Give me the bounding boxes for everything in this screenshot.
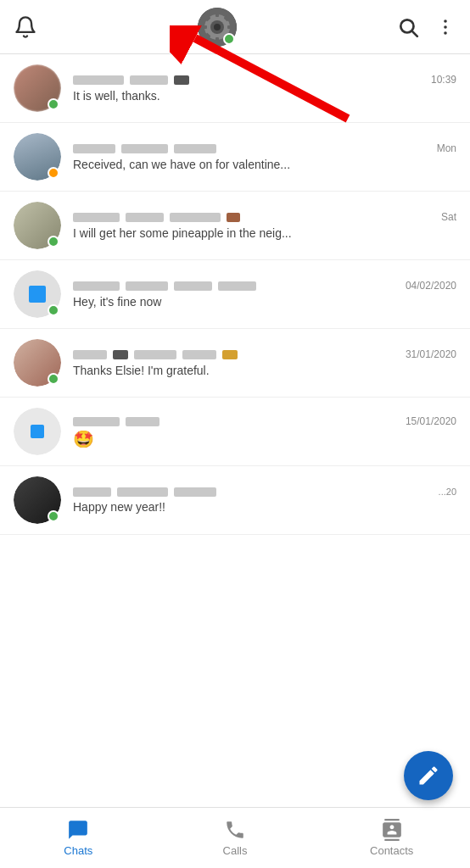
chat-item[interactable]: Sat I will get her some pineapple in the…: [0, 192, 470, 260]
chat-time: Mon: [437, 142, 456, 154]
chat-content: 10:39 It is well, thanks.: [73, 74, 456, 103]
header: [0, 0, 470, 54]
chat-avatar: [14, 270, 61, 318]
notifications-icon[interactable]: [14, 15, 37, 39]
online-status-dot: [223, 33, 235, 45]
chat-content: Mon Received, can we have on for valenti…: [73, 142, 456, 171]
chat-message: 🤩: [73, 431, 456, 448]
chat-time: 15/01/2020: [406, 415, 456, 427]
chat-item[interactable]: 31/01/2020 Thanks Elsie! I'm grateful.: [0, 329, 470, 398]
chat-avatar: [14, 202, 61, 249]
chat-avatar: [14, 339, 61, 387]
user-avatar[interactable]: [198, 8, 237, 47]
chat-item[interactable]: 10:39 It is well, thanks.: [0, 54, 470, 123]
header-right: [397, 16, 456, 38]
chat-message: Hey, it's fine now: [73, 295, 456, 309]
nav-item-contacts[interactable]: Contacts: [313, 812, 470, 864]
chat-message: I will get her some pineapple in the nei…: [73, 226, 456, 240]
chat-content: ...20 Happy new year!!: [73, 487, 456, 514]
svg-point-16: [444, 31, 447, 35]
header-left: [14, 15, 37, 39]
search-icon[interactable]: [397, 16, 419, 38]
svg-point-14: [444, 19, 447, 23]
online-indicator: [48, 373, 59, 385]
svg-line-13: [412, 31, 417, 36]
chat-message: Thanks Elsie! I'm grateful.: [73, 364, 456, 377]
nav-label-calls: Calls: [223, 844, 248, 857]
chat-content: Sat I will get her some pineapple in the…: [73, 211, 456, 240]
bottom-navigation: Chats Calls Contacts: [0, 807, 470, 868]
chat-list: 10:39 It is well, thanks. Mon Received, …: [0, 54, 470, 807]
chat-avatar: [14, 133, 61, 181]
online-indicator: [48, 98, 59, 110]
svg-rect-5: [215, 37, 219, 42]
online-indicator: [48, 236, 59, 248]
chat-message: It is well, thanks.: [73, 89, 456, 103]
nav-label-chats: Chats: [64, 844, 92, 857]
nav-label-contacts: Contacts: [370, 844, 413, 857]
chat-item[interactable]: 15/01/2020 🤩: [0, 398, 470, 466]
chat-time: Sat: [441, 211, 456, 223]
chat-content: 04/02/2020 Hey, it's fine now: [73, 280, 456, 309]
nav-item-chats[interactable]: Chats: [0, 812, 157, 864]
svg-point-3: [214, 24, 221, 31]
chat-time: 04/02/2020: [406, 280, 456, 292]
online-indicator: [48, 510, 59, 522]
svg-rect-7: [227, 25, 232, 29]
chat-avatar: [14, 64, 61, 112]
chat-time: 10:39: [431, 74, 456, 86]
nav-item-calls[interactable]: Calls: [157, 812, 314, 864]
svg-rect-6: [202, 25, 207, 29]
chat-time: 31/01/2020: [406, 348, 456, 360]
chat-message: Happy new year!!: [73, 500, 456, 514]
chat-item[interactable]: Mon Received, can we have on for valenti…: [0, 123, 470, 192]
chat-message: Received, can we have on for valentine..…: [73, 158, 456, 171]
online-indicator: [48, 167, 59, 179]
chat-content: 15/01/2020 🤩: [73, 415, 456, 448]
chat-time: ...20: [439, 487, 456, 497]
chat-avatar: [14, 476, 61, 524]
svg-rect-4: [215, 12, 219, 17]
svg-point-15: [444, 25, 447, 29]
chat-item[interactable]: ...20 Happy new year!!: [0, 466, 470, 535]
chat-content: 31/01/2020 Thanks Elsie! I'm grateful.: [73, 348, 456, 377]
online-indicator: [48, 304, 59, 316]
header-center: [198, 8, 237, 47]
new-chat-fab[interactable]: [404, 751, 453, 800]
chat-item[interactable]: 04/02/2020 Hey, it's fine now: [0, 260, 470, 329]
chat-avatar: [14, 408, 61, 455]
more-options-icon[interactable]: [434, 16, 456, 38]
